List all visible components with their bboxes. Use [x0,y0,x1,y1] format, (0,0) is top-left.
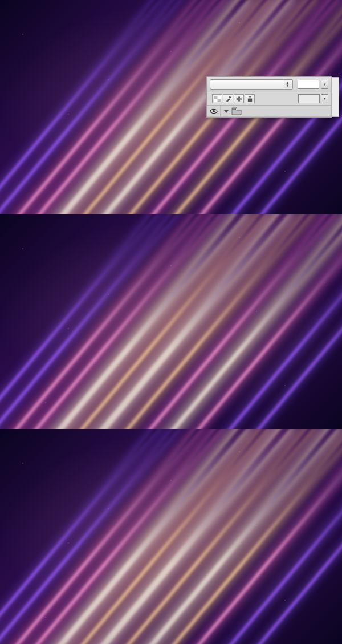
opacity-input[interactable] [298,80,319,89]
svg-point-3 [229,96,231,98]
layer-list [207,106,331,117]
svg-rect-4 [247,98,251,102]
checker-icon [214,96,221,102]
lock-position-button[interactable] [234,94,244,103]
svg-rect-2 [217,99,221,102]
folder-icon [231,107,242,116]
layer-group-header[interactable] [207,106,331,117]
fill-dropdown-icon[interactable]: ▾ [321,94,328,103]
lock-fill-row: ▾ [207,92,331,106]
eye-icon [210,108,218,114]
select-arrows-icon: ▲▼ [284,80,291,88]
svg-point-6 [212,110,214,112]
svg-rect-1 [214,96,218,99]
disclosure-toggle[interactable] [223,108,230,115]
lock-icon [247,96,253,102]
layers-panel: ▲▼ ▾ ▾ [206,76,332,118]
lock-all-button[interactable] [245,94,255,103]
visibility-toggle[interactable] [207,106,221,116]
fill-input[interactable] [298,94,320,103]
panel-scrollbar[interactable] [331,77,339,117]
blend-mode-select[interactable]: ▲▼ [210,79,293,90]
move-icon [236,96,242,102]
triangle-down-icon [224,109,229,114]
opacity-dropdown-icon[interactable]: ▾ [321,80,328,89]
lock-transparency-button[interactable] [212,94,222,103]
brush-icon [225,96,231,102]
lock-pixels-button[interactable] [223,94,233,103]
blend-opacity-row: ▲▼ ▾ [207,77,331,92]
